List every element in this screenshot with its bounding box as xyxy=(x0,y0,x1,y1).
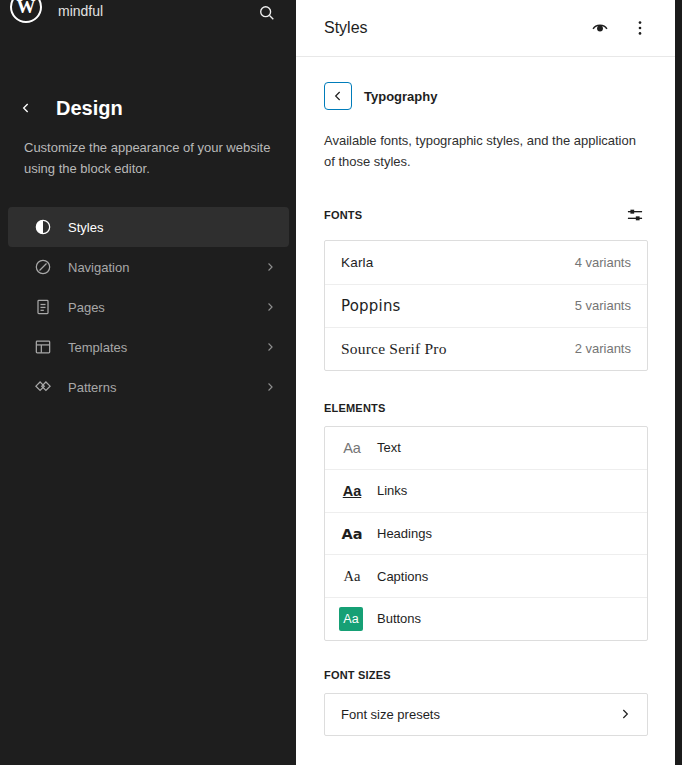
sidebar-description: Customize the appearance of your website… xyxy=(24,138,276,180)
font-variants: 2 variants xyxy=(575,341,631,356)
font-sizes-label: FONT SIZES xyxy=(324,669,391,681)
wordpress-logo-letter: W xyxy=(17,0,36,18)
design-header: Design xyxy=(0,90,296,126)
fonts-list: Karla 4 variants Poppins 5 variants Sour… xyxy=(324,240,648,371)
element-row-captions[interactable]: Aa Captions xyxy=(325,554,647,597)
font-variants: 5 variants xyxy=(575,298,631,313)
pages-icon xyxy=(32,296,54,318)
preview-eye-icon[interactable] xyxy=(587,15,613,41)
text-aa-icon: Aa xyxy=(339,440,365,456)
templates-icon xyxy=(32,336,54,358)
wordpress-logo[interactable]: W xyxy=(10,0,42,23)
patterns-icon xyxy=(32,376,54,398)
element-label: Buttons xyxy=(377,611,421,626)
sidebar-item-label: Patterns xyxy=(68,380,116,395)
font-size-presets-row[interactable]: Font size presets xyxy=(324,693,648,736)
panel-body: Typography Available fonts, typographic … xyxy=(296,57,675,736)
sidebar: W mindful Design Customize the appearanc… xyxy=(0,0,296,765)
captions-aa-icon: Aa xyxy=(339,568,365,585)
fonts-label: FONTS xyxy=(324,209,362,221)
font-settings-sliders-icon[interactable] xyxy=(622,202,648,228)
font-row-poppins[interactable]: Poppins 5 variants xyxy=(325,284,647,327)
font-row-source-serif-pro[interactable]: Source Serif Pro 2 variants xyxy=(325,327,647,370)
element-label: Captions xyxy=(377,569,428,584)
sidebar-item-label: Styles xyxy=(68,220,103,235)
design-title: Design xyxy=(56,97,123,120)
typography-title: Typography xyxy=(364,89,437,104)
elements-section-header: ELEMENTS xyxy=(324,402,648,414)
font-sizes-section-header: FONT SIZES xyxy=(324,669,648,681)
chevron-right-icon xyxy=(263,339,279,355)
links-aa-icon: Aa xyxy=(339,483,365,499)
element-row-links[interactable]: Aa Links xyxy=(325,469,647,512)
buttons-aa-icon: Aa xyxy=(339,607,363,631)
font-name: Poppins xyxy=(341,297,401,315)
fonts-section-header: FONTS xyxy=(324,202,648,228)
typography-header: Typography xyxy=(324,82,648,110)
site-editor-window: W mindful Design Customize the appearanc… xyxy=(0,0,682,765)
sidebar-item-patterns[interactable]: Patterns xyxy=(8,367,289,407)
navigation-icon xyxy=(32,256,54,278)
sidebar-item-templates[interactable]: Templates xyxy=(8,327,289,367)
element-label: Text xyxy=(377,440,401,455)
styles-icon xyxy=(32,216,54,238)
typography-description: Available fonts, typographic styles, and… xyxy=(324,131,648,173)
sidebar-nav: Styles Navigation Pages xyxy=(8,207,289,407)
sidebar-item-navigation[interactable]: Navigation xyxy=(8,247,289,287)
kebab-menu-icon[interactable] xyxy=(627,15,653,41)
font-variants: 4 variants xyxy=(575,255,631,270)
styles-panel: Styles Typography Available fonts, typog… xyxy=(296,0,675,765)
element-label: Links xyxy=(377,483,407,498)
chevron-right-icon xyxy=(263,299,279,315)
sidebar-item-label: Templates xyxy=(68,340,127,355)
element-row-buttons[interactable]: Aa Buttons xyxy=(325,597,647,640)
back-button[interactable] xyxy=(324,82,352,110)
chevron-right-icon xyxy=(617,706,633,722)
font-name: Karla xyxy=(341,255,374,270)
elements-list: Aa Text Aa Links Aa Headings Aa Captions… xyxy=(324,426,648,641)
font-row-karla[interactable]: Karla 4 variants xyxy=(325,241,647,284)
panel-header: Styles xyxy=(296,0,675,57)
font-name: Source Serif Pro xyxy=(341,340,447,358)
search-icon[interactable] xyxy=(252,0,282,27)
chevron-right-icon xyxy=(263,259,279,275)
site-title: mindful xyxy=(58,3,103,19)
sidebar-item-label: Navigation xyxy=(68,260,129,275)
chevron-left-icon[interactable] xyxy=(14,96,38,120)
element-row-text[interactable]: Aa Text xyxy=(325,427,647,470)
header-actions xyxy=(587,15,653,41)
panel-title: Styles xyxy=(324,19,368,37)
sidebar-item-styles[interactable]: Styles xyxy=(8,207,289,247)
chevron-right-icon xyxy=(263,379,279,395)
elements-label: ELEMENTS xyxy=(324,402,386,414)
sidebar-item-pages[interactable]: Pages xyxy=(8,287,289,327)
editor-scrollbar[interactable] xyxy=(675,0,682,765)
headings-aa-icon: Aa xyxy=(339,526,365,542)
sidebar-item-label: Pages xyxy=(68,300,105,315)
font-size-presets-label: Font size presets xyxy=(341,707,440,722)
element-row-headings[interactable]: Aa Headings xyxy=(325,512,647,555)
element-label: Headings xyxy=(377,526,432,541)
